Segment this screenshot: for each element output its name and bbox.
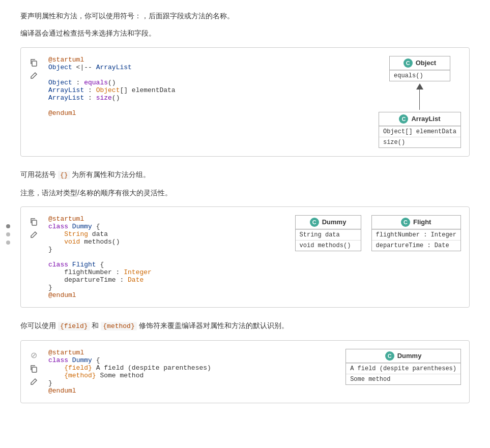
copy-icon-3[interactable] xyxy=(29,364,38,373)
dot-1[interactable] xyxy=(6,224,10,228)
code-content-3: @startuml class Dummy { {field} A field … xyxy=(48,349,335,395)
diagram-3: C Dummy A field (despite parentheses) So… xyxy=(345,349,461,385)
uml-arraylist: C ArrayList Object[] elementData size() xyxy=(379,112,461,148)
inheritance-arrow xyxy=(416,83,423,110)
copy-icon-1[interactable] xyxy=(29,58,38,67)
section2-text1: 可用花括号 {} 为所有属性和方法分组。 xyxy=(20,169,470,181)
class-circle-arraylist: C xyxy=(399,114,408,124)
section3-text: 你可以使用 {field} 和 {method} 修饰符来覆盖编译器对属性和方法… xyxy=(20,320,470,332)
inheritance-diagram: C Object equals() C ArrayList Object[] e… xyxy=(379,56,461,148)
uml-dummy: C Dummy String data void methods() xyxy=(295,215,361,251)
class-name-dummy-3: Dummy xyxy=(397,352,422,360)
code-box-3: ⊘ @startuml class Dummy { {field} A fiel… xyxy=(20,340,470,403)
section1-text1: 要声明属性和方法，你可以使用符号：，后面跟字段或方法的名称。 xyxy=(20,10,470,21)
code-icons-2 xyxy=(29,217,38,240)
loading-icon-3: ⊘ xyxy=(29,351,38,360)
uml-some-method: Some method xyxy=(346,374,460,384)
edit-icon-3[interactable] xyxy=(29,377,38,386)
dots-navigation xyxy=(6,224,10,245)
class-circle-dummy: C xyxy=(310,218,319,227)
uml-size: size() xyxy=(379,137,460,147)
svg-rect-0 xyxy=(32,61,37,66)
method-modifier-code: {method} xyxy=(101,322,136,331)
edit-icon-2[interactable] xyxy=(29,230,38,240)
class-circle-object: C xyxy=(403,58,413,68)
svg-rect-2 xyxy=(32,367,37,372)
uml-elementdata: Object[] elementData xyxy=(379,126,460,137)
section2-text2: 注意，语法对类型/名称的顺序有很大的灵活性。 xyxy=(20,187,470,198)
uml-dummy-methods: void methods() xyxy=(296,240,361,251)
uml-object: C Object equals() xyxy=(389,56,450,81)
field-modifier-code: {field} xyxy=(58,322,90,331)
copy-icon-2[interactable] xyxy=(29,217,38,226)
class-circle-flight: C xyxy=(401,218,410,227)
code-icons-1 xyxy=(29,58,38,80)
diagrams-2: C Dummy String data void methods() C Fli… xyxy=(295,215,461,251)
class-name-flight: Flight xyxy=(413,218,431,226)
uml-field-parentheses: A field (despite parentheses) xyxy=(346,363,460,374)
uml-dummy-data: String data xyxy=(296,229,361,240)
dot-2[interactable] xyxy=(6,232,10,236)
curly-braces-code: {} xyxy=(58,171,70,180)
code-content-2: @startuml class Dummy { String data void… xyxy=(48,215,285,299)
uml-flight-number: flightNumber : Integer xyxy=(372,229,460,240)
uml-flight: C Flight flightNumber : Integer departur… xyxy=(371,215,461,251)
svg-rect-1 xyxy=(32,220,37,225)
edit-icon-1[interactable] xyxy=(29,71,38,80)
class-circle-dummy-3: C xyxy=(385,351,394,361)
code-content-1: @startuml Object <|-- ArrayList Object :… xyxy=(48,56,368,117)
class-name-object: Object xyxy=(416,59,436,67)
uml-dummy-3: C Dummy A field (despite parentheses) So… xyxy=(345,349,461,385)
uml-flight-time: departureTime : Date xyxy=(372,240,460,251)
code-icons-3: ⊘ xyxy=(29,351,38,386)
code-box-1: @startuml Object <|-- ArrayList Object :… xyxy=(20,47,470,157)
diagram-1: C Object equals() C ArrayList Object[] e… xyxy=(379,56,461,148)
dot-3[interactable] xyxy=(6,241,10,245)
section1-text2: 编译器会通过检查括号来选择方法和字段。 xyxy=(20,27,470,39)
class-name-dummy: Dummy xyxy=(322,218,347,226)
class-name-arraylist: ArrayList xyxy=(411,115,440,123)
uml-equals: equals() xyxy=(390,70,450,81)
code-box-2: @startuml class Dummy { String data void… xyxy=(20,206,470,308)
